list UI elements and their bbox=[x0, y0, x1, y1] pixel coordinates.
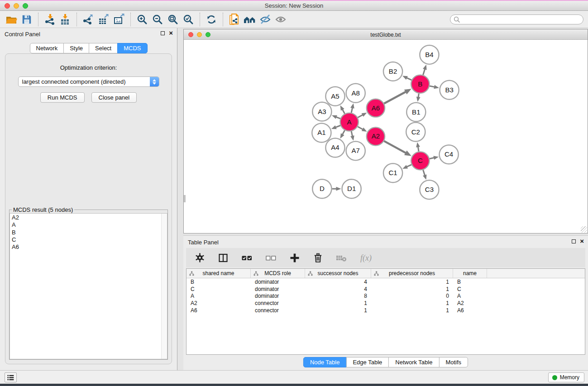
run-mcds-button[interactable]: Run MCDS bbox=[40, 92, 85, 103]
refresh-icon bbox=[206, 14, 217, 25]
mcds-result-list[interactable]: A2ABCA6 bbox=[10, 213, 167, 359]
graph-node-label: A4 bbox=[331, 143, 339, 151]
show-all-button[interactable] bbox=[273, 12, 288, 27]
application-window: Session: New Session bbox=[0, 0, 588, 386]
table-tab-edge-table[interactable]: Edge Table bbox=[346, 357, 389, 367]
column-header[interactable]: successor nodes bbox=[305, 269, 371, 278]
column-header[interactable]: name bbox=[453, 269, 487, 278]
result-item[interactable]: A2 bbox=[12, 214, 167, 221]
import-table-button[interactable] bbox=[57, 12, 73, 27]
graph-node-label: D bbox=[320, 185, 325, 192]
result-item[interactable]: A6 bbox=[12, 243, 167, 251]
refresh-button[interactable] bbox=[204, 12, 219, 27]
network-view-window: testGlobe.txt B4B2BB3A8A5A6B1A3AC2A1A2A4… bbox=[183, 29, 588, 234]
table-cell: 1 bbox=[371, 286, 453, 292]
open-session-button[interactable] bbox=[4, 12, 19, 27]
network-graph[interactable]: B4B2BB3A8A5A6B1A3AC2A1A2A4A7C4CC1C3DD1 bbox=[184, 40, 588, 233]
table-row[interactable]: Bdominator41B bbox=[186, 278, 585, 286]
result-item[interactable]: C bbox=[12, 236, 167, 243]
graph-node-label: A1 bbox=[317, 129, 325, 137]
status-bar: Memory bbox=[0, 370, 588, 384]
tab-network[interactable]: Network bbox=[29, 43, 64, 53]
graph-edge-A2-C[interactable] bbox=[384, 141, 406, 153]
zoom-out-button[interactable] bbox=[150, 12, 165, 27]
table-tab-node-table[interactable]: Node Table bbox=[303, 357, 347, 367]
select-all-icon[interactable] bbox=[241, 253, 253, 263]
criterion-select[interactable]: largest connected component (directed) bbox=[18, 76, 159, 87]
hide-selected-button[interactable] bbox=[258, 12, 273, 27]
table-cell: A bbox=[186, 293, 251, 299]
resize-grip[interactable] bbox=[581, 226, 587, 233]
svg-text:f(x): f(x) bbox=[360, 253, 372, 263]
graph-edge-C-C3[interactable] bbox=[423, 170, 425, 176]
canvas-scroll-nub[interactable] bbox=[184, 195, 186, 202]
open-session-icon bbox=[5, 14, 18, 25]
gear-icon[interactable] bbox=[195, 253, 205, 263]
graph-node-label: A6 bbox=[372, 104, 380, 112]
graph-edge-arrowhead bbox=[423, 175, 426, 180]
delete-table-icon[interactable] bbox=[336, 253, 347, 262]
result-item[interactable]: B bbox=[12, 229, 167, 236]
graph-edge-A-A6[interactable] bbox=[358, 114, 363, 117]
close-table-panel-icon[interactable]: × bbox=[580, 239, 584, 243]
graph-node-label: B bbox=[418, 80, 422, 88]
search-input[interactable] bbox=[461, 15, 579, 24]
show-network-overview-button[interactable] bbox=[242, 12, 258, 27]
export-network-button[interactable] bbox=[81, 12, 96, 27]
column-header[interactable]: shared name bbox=[186, 269, 251, 278]
zoom-in-button[interactable] bbox=[134, 12, 150, 27]
delete-column-icon[interactable] bbox=[313, 253, 323, 263]
tab-style[interactable]: Style bbox=[63, 43, 89, 53]
search-box[interactable] bbox=[450, 14, 583, 24]
criterion-value: largest connected component (directed) bbox=[22, 78, 126, 85]
function-builder-icon[interactable]: f(x) bbox=[360, 253, 377, 263]
import-network-button[interactable] bbox=[42, 12, 57, 27]
graph-edge-A-A2[interactable] bbox=[358, 127, 363, 130]
graph-node-label: A3 bbox=[318, 108, 326, 115]
graph-edge-arrowhead bbox=[350, 135, 354, 141]
network-from-file-button[interactable] bbox=[227, 12, 242, 27]
table-row[interactable]: Cdominator41C bbox=[186, 286, 585, 293]
table-cell: 4 bbox=[305, 279, 371, 285]
network-desktop: testGlobe.txt B4B2BB3A8A5A6B1A3AC2A1A2A4… bbox=[178, 28, 588, 370]
table-cell: 1 bbox=[371, 279, 453, 285]
export-image-button[interactable] bbox=[111, 12, 127, 27]
graph-node-label: A8 bbox=[351, 89, 359, 97]
result-item[interactable]: A bbox=[12, 221, 167, 229]
table-row[interactable]: A2connector11A2 bbox=[186, 300, 585, 307]
table-tab-motifs[interactable]: Motifs bbox=[439, 357, 468, 367]
result-scrollbar[interactable] bbox=[161, 214, 167, 359]
add-column-icon[interactable] bbox=[289, 253, 300, 263]
graph-edge-arrowhead bbox=[416, 142, 420, 148]
split-table-icon[interactable] bbox=[218, 253, 229, 263]
mcds-tab-content: Optimization criterion: largest connecte… bbox=[5, 53, 172, 364]
close-panel-icon[interactable]: × bbox=[169, 31, 173, 35]
table-row[interactable]: Adominator80A bbox=[186, 293, 585, 300]
toolbar-separator bbox=[130, 13, 131, 26]
float-panel-icon[interactable] bbox=[161, 31, 165, 35]
graph-edge-B-B4[interactable] bbox=[423, 68, 425, 75]
column-header[interactable]: predecessor nodes bbox=[371, 269, 453, 278]
graph-edge-A6-B[interactable] bbox=[384, 91, 406, 103]
deselect-all-icon[interactable] bbox=[265, 253, 277, 263]
network-canvas[interactable]: B4B2BB3A8A5A6B1A3AC2A1A2A4A7C4CC1C3DD1 bbox=[184, 40, 588, 233]
table-tab-network-table[interactable]: Network Table bbox=[388, 357, 439, 367]
zoom-out-icon bbox=[152, 14, 163, 25]
export-table-button[interactable] bbox=[96, 12, 111, 27]
table-cell: A6 bbox=[186, 307, 251, 314]
save-session-button[interactable] bbox=[19, 12, 34, 27]
task-history-button[interactable] bbox=[5, 372, 17, 382]
close-panel-button[interactable]: Close panel bbox=[91, 92, 137, 103]
table-row[interactable]: A6connector11A6 bbox=[186, 307, 585, 314]
zoom-fit-button[interactable] bbox=[165, 12, 181, 27]
tab-mcds[interactable]: MCDS bbox=[117, 43, 147, 53]
column-header[interactable]: MCDS role bbox=[251, 269, 305, 278]
zoom-in-icon bbox=[136, 14, 148, 25]
graph-edge-arrowhead bbox=[423, 65, 426, 70]
zoom-selected-button[interactable] bbox=[181, 12, 196, 27]
float-table-panel-icon[interactable] bbox=[572, 239, 576, 243]
import-network-icon bbox=[44, 14, 56, 25]
tab-select[interactable]: Select bbox=[89, 43, 118, 53]
memory-button[interactable]: Memory bbox=[548, 372, 584, 382]
mcds-result-group: MCDS result (5 nodes) A2ABCA6 bbox=[9, 206, 168, 360]
